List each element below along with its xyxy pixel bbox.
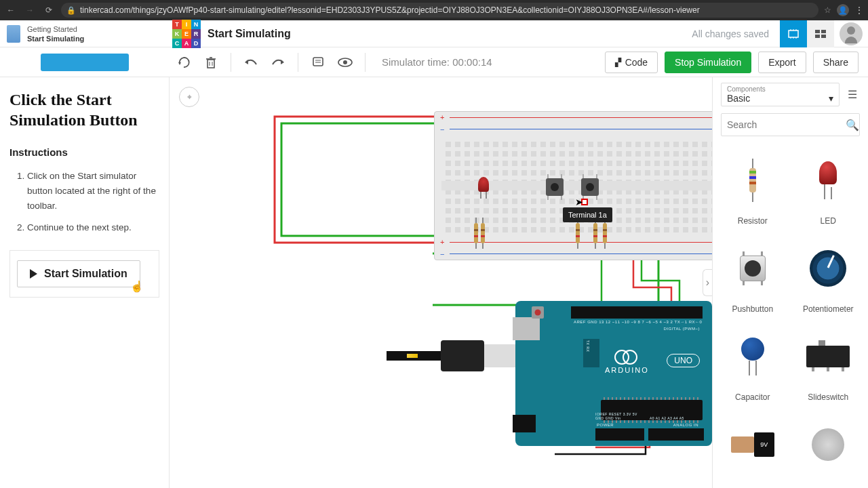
app-header: Getting Started Start Simulating TIN KER… — [0, 20, 868, 47]
component-capacitor[interactable]: Capacitor — [715, 321, 790, 407]
svg-point-23 — [343, 60, 347, 64]
redo-icon[interactable] — [271, 55, 285, 70]
breadcrumb-category: Getting Started — [27, 24, 84, 34]
arduino-logo-icon — [614, 350, 637, 363]
bookmark-icon[interactable]: ☆ — [824, 5, 831, 15]
arduino-power-jack — [513, 415, 536, 432]
undo-icon[interactable] — [243, 55, 258, 70]
zoom-fit-button[interactable]: ⌖ — [179, 87, 199, 107]
simulator-time: Simulator time: 00:00:14 — [382, 56, 492, 68]
play-icon — [30, 269, 37, 279]
arduino-board[interactable]: AREF GND 13 12 ~11 ~10 ~9 8 7 ~6 ~5 4 ~3… — [515, 301, 712, 446]
lock-icon: 🔒 — [66, 6, 76, 15]
svg-rect-0 — [789, 30, 798, 37]
analog-section-label: ANALOG IN — [673, 423, 698, 427]
stop-simulation-button[interactable]: Stop Simulation — [665, 52, 751, 73]
digital-pin-labels: AREF GND 13 12 ~11 ~10 ~9 8 7 ~6 ~5 4 ~3… — [574, 320, 703, 324]
resistor-component[interactable] — [603, 223, 607, 243]
breadboard[interactable]: + − + − + − + − — [434, 111, 712, 260]
browser-profile-icon[interactable]: 👤 — [837, 4, 849, 16]
svg-rect-8 — [821, 30, 826, 33]
project-title[interactable]: Start Simulating — [208, 28, 291, 40]
start-simulation-demo-button: Start Simulation — [17, 260, 140, 287]
component-slideswitch[interactable]: Slideswitch — [791, 321, 866, 407]
panel-collapse-handle[interactable]: › — [703, 269, 712, 296]
search-input[interactable] — [727, 119, 846, 130]
arduino-brand: ARDUINO — [605, 366, 649, 374]
notes-icon[interactable] — [311, 55, 326, 70]
pushbutton-component[interactable] — [581, 178, 599, 196]
browser-chrome: ← → ⟳ 🔒 tinkercad.com/things/jzyOAWfPp40… — [0, 0, 868, 20]
digital-pin-header[interactable] — [571, 306, 703, 319]
lesson-icon — [7, 25, 20, 43]
rotate-icon[interactable] — [176, 55, 191, 70]
terminal-tooltip: Terminal 1a — [563, 207, 612, 222]
lesson-panel: Click the Start Simulation Button Instru… — [0, 77, 170, 488]
svg-rect-12 — [208, 60, 214, 68]
component-coin-cell[interactable]: Coin Cell 3V Battery — [791, 409, 866, 488]
resistor-component[interactable] — [576, 223, 580, 243]
components-panel: Components Basic▾ ☰ 🔍 Resistor LED Pushb… — [712, 77, 868, 488]
breadcrumb-lesson: Start Simulating — [27, 34, 84, 43]
component-resistor[interactable]: Resistor — [715, 144, 790, 231]
url-bar[interactable]: 🔒 tinkercad.com/things/jzyOAWfPp40-start… — [61, 3, 818, 18]
tinkercad-logo[interactable]: TIN KER CAD — [172, 20, 201, 48]
arduino-usb-port — [513, 317, 540, 340]
url-text: tinkercad.com/things/jzyOAWfPp40-start-s… — [80, 5, 700, 15]
pushbutton-component[interactable] — [546, 178, 564, 196]
digital-section-label: DIGITAL (PWM~) — [664, 327, 701, 331]
lesson-title: Click the Start Simulation Button — [9, 89, 159, 130]
cursor-arrow-icon: ➤ — [575, 197, 583, 207]
component-led[interactable]: LED — [791, 144, 866, 231]
component-9v-battery[interactable]: 9V 9V Battery — [715, 409, 790, 488]
led-component[interactable] — [478, 177, 489, 192]
circuit-canvas[interactable]: ⌖ › + − + − + — [170, 77, 712, 488]
instructions-heading: Instructions — [9, 146, 159, 158]
browser-forward[interactable]: → — [23, 3, 37, 17]
component-pushbutton[interactable]: Pushbutton — [715, 232, 790, 319]
circuit-view-icon[interactable] — [780, 20, 807, 47]
schematic-view-icon[interactable] — [807, 20, 834, 47]
components-search[interactable]: 🔍 — [721, 113, 860, 136]
svg-rect-19 — [313, 58, 323, 66]
resistor-component[interactable] — [481, 223, 485, 243]
lesson-next-button[interactable] — [41, 54, 129, 71]
power-pin-header[interactable] — [595, 428, 644, 441]
svg-rect-9 — [815, 35, 820, 38]
arduino-model-badge: UNO — [667, 354, 700, 367]
analog-pin-header[interactable] — [648, 428, 704, 441]
search-icon: 🔍 — [846, 119, 859, 131]
browser-reload[interactable]: ⟳ — [42, 3, 56, 17]
components-category-select[interactable]: Components Basic▾ — [721, 83, 840, 106]
instruction-step: Continue to the next step. — [27, 220, 159, 235]
svg-rect-7 — [815, 30, 820, 33]
editor-toolbar: Simulator time: 00:00:14 ▞ Code Stop Sim… — [0, 47, 868, 77]
svg-marker-17 — [245, 60, 248, 64]
resistor-component[interactable] — [593, 223, 597, 243]
browser-back[interactable]: ← — [4, 3, 18, 17]
cursor-hand-icon: ☝ — [130, 280, 144, 293]
browser-menu-icon[interactable]: ⋮ — [854, 5, 864, 15]
power-section-label: POWER — [597, 423, 614, 427]
resistor-component[interactable] — [474, 223, 478, 243]
usb-cable[interactable] — [387, 335, 515, 374]
instruction-step: Click on the Start simulator button loca… — [27, 169, 159, 214]
component-potentiometer[interactable]: Potentiometer — [791, 232, 866, 319]
arduino-reset-button[interactable] — [532, 306, 544, 319]
list-view-icon[interactable]: ☰ — [845, 88, 860, 101]
svg-rect-10 — [821, 35, 826, 38]
code-button[interactable]: ▞ Code — [605, 52, 658, 73]
demo-button-illustration: Start Simulation ☝ — [9, 250, 159, 298]
breadcrumb[interactable]: Getting Started Start Simulating — [27, 24, 84, 43]
delete-icon[interactable] — [203, 55, 218, 70]
code-icon: ▞ — [615, 58, 621, 67]
user-avatar[interactable] — [840, 22, 863, 45]
save-status: All changes saved — [692, 28, 780, 39]
svg-marker-11 — [178, 62, 181, 65]
share-button[interactable]: Share — [813, 52, 859, 73]
export-button[interactable]: Export — [758, 52, 806, 73]
svg-marker-18 — [281, 60, 284, 64]
chevron-down-icon: ▾ — [829, 93, 833, 104]
instructions-list: Click on the Start simulator button loca… — [9, 169, 159, 235]
visibility-icon[interactable] — [338, 55, 353, 70]
